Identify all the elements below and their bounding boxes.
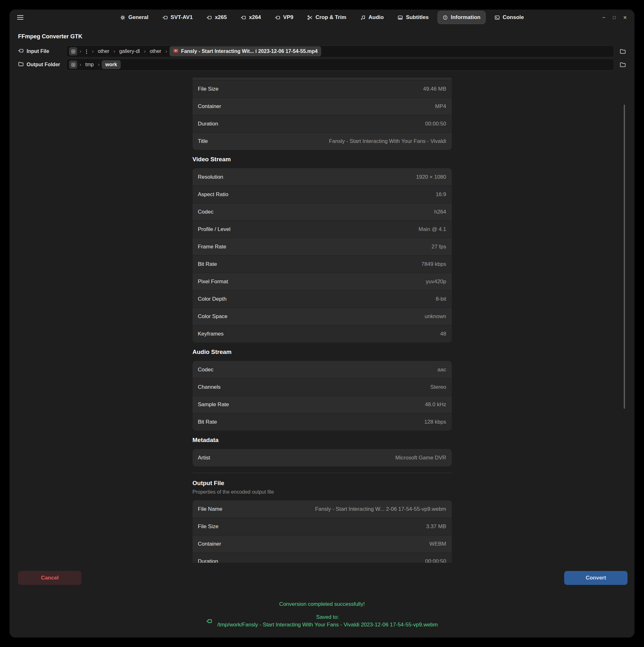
subtitles-icon: [398, 15, 403, 20]
row-value: 3.37 MB: [426, 523, 446, 530]
close-button[interactable]: ×: [623, 14, 627, 20]
input-path-bar[interactable]: › ⋮ › other › gallery-dl › other › Fansl…: [66, 45, 614, 57]
folder-icon: [18, 61, 24, 68]
row-value: 49.46 MB: [423, 86, 446, 92]
row-label: Aspect Ratio: [198, 191, 228, 198]
output-path-bar[interactable]: › tmp › work: [66, 59, 614, 71]
row-label: Pixel Format: [198, 279, 228, 285]
row-value: yuv420p: [426, 279, 446, 285]
row-value: 00:00:50: [425, 121, 446, 127]
row-label: Artist: [198, 455, 210, 461]
info-row: Keyframes 48: [193, 325, 452, 343]
information-scroll-area: File Size 49.46 MB Container MP4 Duratio…: [9, 78, 635, 563]
output-folder-crumb[interactable]: work: [102, 60, 120, 69]
video-file-icon: [173, 48, 178, 55]
tab-x264[interactable]: x264: [236, 11, 266, 24]
tab-subtitles[interactable]: Subtitles: [393, 11, 433, 24]
terminal-icon: [495, 15, 500, 20]
row-value: Microsoft Game DVR: [395, 455, 446, 461]
tab-audio[interactable]: Audio: [355, 11, 388, 24]
info-row: Artist Microsoft Game DVR: [193, 449, 452, 466]
row-value: MP4: [435, 103, 446, 110]
output-folder-label: Output Folder: [18, 61, 62, 68]
ellipsis-icon[interactable]: ⋮: [83, 47, 90, 56]
tab-crop-trim[interactable]: Crop & Trim: [302, 11, 351, 24]
row-label: Profile / Level: [198, 226, 231, 232]
row-label: Keyframes: [198, 331, 224, 337]
tab-label: Audio: [368, 14, 383, 20]
tab-vp9[interactable]: VP9: [270, 11, 298, 24]
info-row: Channels Stereo: [193, 378, 452, 396]
section-subtitle: Properties of the encoded output file: [193, 489, 452, 495]
row-label: Sample Rate: [198, 402, 229, 408]
row-value: unknown: [424, 313, 446, 320]
info-row: Pixel Format yuv420p: [193, 273, 452, 290]
page-title: FFmpeg Converter GTK: [18, 33, 635, 40]
tab-bar: General SVT-AV1 x265 x264 VP9 Crop & Tri…: [58, 11, 586, 24]
row-label: Bit Rate: [198, 419, 217, 425]
section-title-audio-stream: Audio Stream: [193, 348, 452, 356]
info-row: Title Fansly - Start Interacting With Yo…: [193, 132, 452, 150]
input-file-row: Input File › ⋮ › other › gallery-dl › ot…: [18, 45, 628, 57]
input-file-label: Input File: [18, 48, 62, 55]
row-label: Frame Rate: [198, 244, 226, 250]
minimize-button[interactable]: −: [602, 15, 605, 20]
scrollbar[interactable]: [624, 104, 625, 409]
info-icon: [442, 15, 448, 20]
section-title-video-stream: Video Stream: [193, 156, 452, 163]
input-icon: [18, 48, 24, 55]
status-message: Conversion completed successfully!: [9, 601, 635, 608]
tab-label: Console: [503, 14, 524, 20]
tab-information[interactable]: Information: [438, 11, 485, 24]
row-value: 48.0 kHz: [425, 402, 446, 408]
row-value: 48: [440, 331, 446, 337]
convert-button[interactable]: Convert: [564, 571, 628, 585]
breadcrumb-segment[interactable]: other: [96, 47, 111, 56]
info-row: Codec h264: [193, 203, 452, 221]
info-row: File Name Fansly - Start Interacting W..…: [193, 500, 452, 518]
maximize-button[interactable]: □: [613, 15, 616, 20]
breadcrumb-segment[interactable]: tmp: [83, 61, 96, 69]
row-label: Codec: [198, 367, 214, 373]
hamburger-menu-icon[interactable]: [17, 13, 25, 22]
input-file-crumb[interactable]: Fansly - Start Interacting Wit... i 2023…: [169, 46, 321, 56]
metadata-table: Artist Microsoft Game DVR: [193, 449, 452, 466]
tab-label: Information: [451, 14, 481, 20]
tab-svt-av1[interactable]: SVT-AV1: [158, 11, 198, 24]
info-row: Color Space unknown: [193, 308, 452, 325]
output-file-table: File Name Fansly - Start Interacting W..…: [193, 500, 452, 563]
row-label: Channels: [198, 384, 221, 390]
info-row: Bit Rate 7849 kbps: [193, 256, 452, 273]
row-value: Fansly - Start Interacting With Your Fan…: [329, 138, 446, 144]
info-row: File Size 3.37 MB: [193, 518, 452, 535]
input-file-name: Fansly - Start Interacting Wit... i 2023…: [181, 49, 318, 54]
cancel-button[interactable]: Cancel: [18, 571, 81, 585]
section-title-metadata: Metadata: [193, 436, 452, 444]
video-stream-table: Resolution 1920 × 1080 Aspect Ratio 16:9…: [193, 168, 452, 343]
output-folder-label-text: Output Folder: [26, 62, 60, 68]
row-label: Container: [198, 541, 221, 547]
app-window: General SVT-AV1 x265 x264 VP9 Crop & Tri…: [9, 9, 635, 638]
browse-input-file-button[interactable]: [618, 47, 628, 56]
row-value: aac: [437, 367, 446, 373]
window-controls: − □ ×: [586, 14, 627, 20]
row-label: Title: [198, 138, 208, 144]
browse-output-folder-button[interactable]: [618, 60, 628, 69]
input-file-label-text: Input File: [26, 49, 49, 54]
breadcrumb-segment[interactable]: gallery-dl: [117, 47, 142, 56]
tab-general[interactable]: General: [115, 11, 153, 24]
row-value: h264: [434, 209, 446, 215]
tab-label: Subtitles: [406, 14, 429, 20]
info-row: Color Depth 8-bit: [193, 290, 452, 308]
saved-lines: Saved to: /tmp/work/Fansly - Start Inter…: [217, 614, 438, 628]
breadcrumb-segment[interactable]: other: [148, 47, 163, 56]
row-value: WEBM: [430, 541, 446, 547]
info-row: Resolution 1920 × 1080: [193, 168, 452, 186]
tab-console[interactable]: Console: [490, 11, 529, 24]
tab-label: SVT-AV1: [171, 14, 193, 20]
tab-x265[interactable]: x265: [202, 11, 231, 24]
row-label: Color Space: [198, 313, 228, 320]
row-label: File Size: [198, 86, 219, 92]
row-value: 16:9: [436, 191, 446, 198]
saved-path: /tmp/work/Fansly - Start Interacting Wit…: [217, 622, 438, 628]
